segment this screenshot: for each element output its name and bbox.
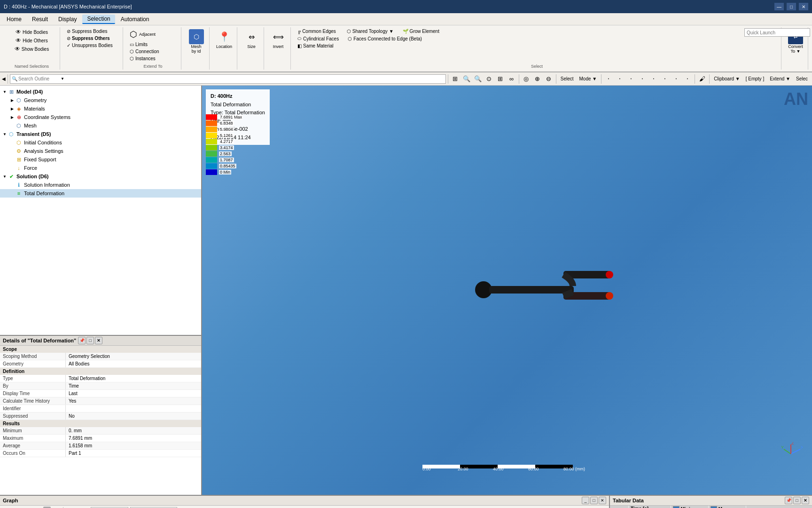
details-row-occurs: Occurs On Part 1 (0, 450, 201, 457)
tabular-pin-button[interactable]: 📌 (785, 497, 792, 504)
select-button[interactable]: ⊙ (484, 74, 494, 84)
viewport[interactable]: D: 400Hz Total Deformation Type: Total D… (202, 86, 812, 495)
tree-item-ic[interactable]: ⬡ Initial Conditions (0, 138, 201, 147)
graph-float-button[interactable]: □ (590, 497, 598, 504)
tree-item-transient[interactable]: ▼ ⬡ Transient (D5) (0, 130, 201, 138)
sep-2 (448, 74, 448, 84)
face-filter[interactable]: ⬝ (626, 74, 636, 84)
tree-item-materials[interactable]: ▶ ◈ Materials (0, 104, 201, 113)
faces-connected-button[interactable]: ⬡ Faces Connected to Edge (Beta) (346, 36, 424, 42)
graph-collapse-button[interactable]: _ (582, 497, 589, 504)
total-def-icon: ≡ (15, 190, 23, 197)
swatch-6 (206, 151, 217, 157)
pin-button[interactable]: 📌 (78, 337, 86, 344)
location-icon: 📍 (217, 29, 232, 44)
tree-item-force[interactable]: ↓ Force (0, 164, 201, 172)
search-input[interactable] (18, 76, 61, 81)
suppress-others-button[interactable]: ⊘ Suppress Others (65, 35, 120, 41)
details-row-identifier: Identifier (0, 405, 201, 413)
zoom-fit-button[interactable]: ⊞ (450, 74, 461, 84)
edge-filter[interactable]: ⬝ (615, 74, 625, 84)
close-details-button[interactable]: ✕ (95, 337, 102, 344)
tree-item-coord[interactable]: ▶ ⊕ Coordinate Systems (0, 113, 201, 121)
location-button[interactable]: 📍 Location (214, 28, 234, 69)
tabular-close-button[interactable]: ✕ (802, 497, 809, 504)
tree-item-solution[interactable]: ▼ ✔ Solution (D6) (0, 172, 201, 181)
elem-face-filter[interactable]: ⬝ (671, 74, 681, 84)
lasso-button[interactable]: ∞ (507, 74, 517, 84)
remove-sel-button[interactable]: ⊖ (544, 74, 554, 84)
size-button[interactable]: ⇔ Size (242, 28, 261, 69)
quick-launch-input[interactable] (744, 28, 810, 37)
limits-button[interactable]: ▭ Limits (128, 41, 178, 48)
instances-button[interactable]: ⬡ Instances (128, 56, 178, 62)
grow-element-button[interactable]: 🌱 Grow Element (401, 28, 441, 34)
tree-item-total-def[interactable]: ≡ Total Deformation (0, 189, 201, 198)
tree-item-fixed[interactable]: ⊞ Fixed Support (0, 155, 201, 164)
graph-close-button[interactable]: ✕ (599, 497, 606, 504)
tree-item-analysis[interactable]: ⚙ Analysis Settings (0, 147, 201, 155)
mode-btn[interactable]: Select (558, 74, 576, 84)
empty-btn[interactable]: [ Empty ] (743, 74, 766, 84)
ribbon: 👁 Hide Bodies 👁 Hide Others 👁 Show Bodie… (0, 25, 812, 72)
colorbar-entry-7: 1.7087 (206, 157, 243, 163)
extend-btn[interactable]: Extend ▼ (767, 74, 793, 84)
box-select-button[interactable]: ⊞ (495, 74, 506, 84)
3d-model (455, 243, 620, 338)
definition-section: Definition (0, 368, 201, 375)
maximize-button[interactable]: □ (787, 3, 796, 10)
outline-search-box[interactable]: 🔍 ▼ (10, 74, 446, 84)
connection-icon: ⬡ (130, 49, 134, 54)
elem-filter[interactable]: ⬝ (660, 74, 670, 84)
tabular-float-button[interactable]: □ (793, 497, 801, 504)
tree-item-sol-info[interactable]: ℹ Solution Information (0, 181, 201, 189)
tree-item-mesh[interactable]: ⬡ Mesh (0, 121, 201, 130)
tree-item-geometry[interactable]: ▶ ⬡ Geometry (0, 96, 201, 104)
minimize-button[interactable]: — (774, 3, 784, 10)
cylindrical-faces-button[interactable]: ⬭ Cylindrical Faces (296, 35, 341, 42)
menu-home[interactable]: Home (2, 15, 26, 24)
svg-text:Z: Z (791, 442, 794, 445)
shared-topology-button[interactable]: ⬡ Shared Topology ▼ (345, 28, 396, 34)
mode-dropdown[interactable]: Mode ▼ (577, 74, 600, 84)
menu-automation[interactable]: Automation (116, 15, 154, 24)
suppress-group: ⊘ Suppress Bodies ⊘ Suppress Others ✓ Un… (62, 27, 123, 70)
suppress-bodies-button[interactable]: ⊘ Suppress Bodies (65, 28, 120, 34)
hide-others-button[interactable]: 👁 Hide Others (14, 37, 49, 44)
unsuppress-bodies-button[interactable]: ✓ Unsuppress Bodies (65, 42, 120, 48)
clipboard-btn[interactable]: Clipboard ▼ (711, 74, 742, 84)
same-material-button[interactable]: ◧ Same Material (296, 43, 335, 49)
min-checkbox[interactable]: ✓ (673, 506, 679, 508)
left-panel: ▼ ⊞ Model (D4) ▶ ⬡ Geometry ▶ ◈ Material… (0, 86, 202, 495)
common-edges-button[interactable]: ╔ Common Edges (296, 28, 338, 34)
invert-button[interactable]: ⟺ Invert (269, 28, 288, 69)
menu-bar: Home Result Display Selection Automation (0, 13, 812, 25)
menu-selection[interactable]: Selection (82, 15, 115, 24)
vertex-filter[interactable]: ⬝ (603, 74, 614, 84)
close-button[interactable]: ✕ (799, 3, 808, 10)
show-bodies-button[interactable]: 👁 Show Bodies (13, 45, 51, 53)
details-row-history: Calculate Time History Yes (0, 397, 201, 405)
model-icon: ⊞ (8, 88, 15, 95)
colorbar-entry-4: 4.2717 (206, 139, 243, 144)
tree-item-model[interactable]: ▼ ⊞ Model (D4) (0, 87, 201, 96)
menu-result[interactable]: Result (27, 15, 53, 24)
zoom-in-button[interactable]: 🔍 (461, 74, 472, 84)
max-checkbox[interactable]: ✓ (710, 506, 717, 508)
adjacent-button[interactable]: ⬡ Adjacent (128, 28, 178, 40)
menu-display[interactable]: Display (54, 15, 81, 24)
extend-sel-button[interactable]: ⊕ (532, 74, 543, 84)
body-filter[interactable]: ⬝ (637, 74, 648, 84)
paint-button[interactable]: 🖌 (697, 74, 707, 84)
node-filter[interactable]: ⬝ (648, 74, 659, 84)
connection-button[interactable]: ⬡ Connection (128, 48, 178, 55)
single-button[interactable]: ◎ (521, 74, 531, 84)
svg-point-5 (606, 292, 613, 300)
hide-bodies-button[interactable]: 👁 Hide Bodies (14, 28, 50, 36)
zoom-out-button[interactable]: 🔍 (473, 74, 483, 84)
more-filter[interactable]: ⬝ (682, 74, 693, 84)
mesh-by-id-button[interactable]: ⬡ Meshby Id (186, 28, 206, 69)
selec-btn[interactable]: Selec (794, 74, 810, 84)
float-button[interactable]: □ (86, 337, 94, 344)
swatch-1 (206, 120, 217, 126)
